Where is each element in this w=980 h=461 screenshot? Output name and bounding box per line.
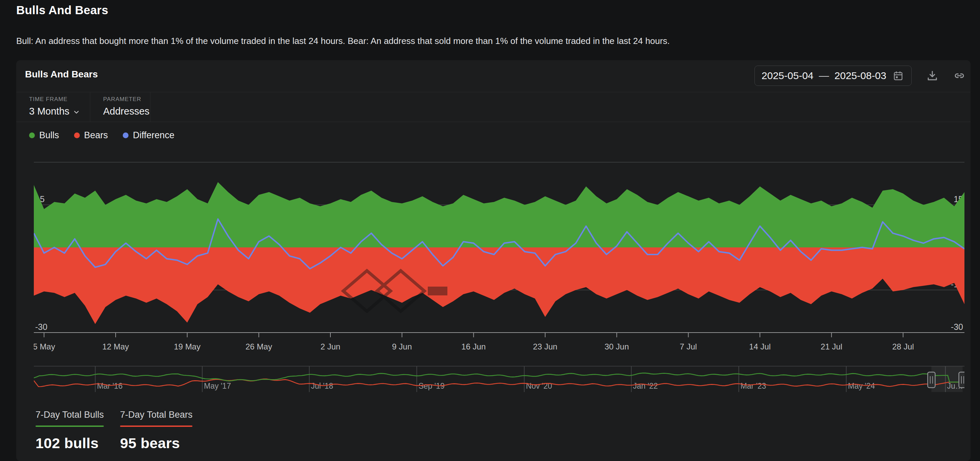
date-range-end: 2025-08-03 bbox=[835, 70, 886, 81]
x-axis-label: 5 May bbox=[34, 342, 55, 351]
parameter-dropdown[interactable]: PARAMETER Addresses bbox=[90, 92, 151, 122]
parameter-value: Addresses bbox=[103, 106, 150, 117]
download-button[interactable] bbox=[926, 69, 939, 82]
page-description: Bull: An address that bought more than 1… bbox=[16, 36, 670, 46]
x-axis-label: 30 Jun bbox=[605, 342, 629, 351]
parameter-label: PARAMETER bbox=[103, 96, 150, 103]
stat-tab-total-bulls[interactable]: 7-Day Total Bulls 102 bulls bbox=[35, 410, 104, 451]
navigator-date-label: Jan '22 bbox=[633, 382, 658, 390]
main-chart-svg[interactable]: 1515-15-15-30-305 May12 May19 May26 May2… bbox=[34, 147, 964, 353]
navigator-date-label: May '17 bbox=[204, 382, 231, 390]
x-axis-label: 14 Jul bbox=[749, 342, 771, 351]
x-axis-label: 19 May bbox=[174, 342, 200, 351]
x-axis-label: 12 May bbox=[102, 342, 129, 351]
copy-link-button[interactable] bbox=[953, 69, 966, 82]
navigator-date-label: Mar '23 bbox=[741, 382, 766, 390]
card-title: Bulls And Bears bbox=[25, 69, 98, 80]
date-range-picker[interactable]: 2025-05-04 — 2025-08-03 bbox=[754, 65, 912, 86]
download-icon bbox=[926, 70, 939, 82]
date-range-start: 2025-05-04 bbox=[762, 70, 813, 81]
x-axis-label: 16 Jun bbox=[461, 342, 485, 351]
card-header-actions: 2025-05-04 — 2025-08-03 bbox=[754, 65, 966, 86]
chevron-down-icon bbox=[73, 108, 80, 116]
bears-area-series bbox=[34, 247, 964, 324]
navigator-date-label: Nov '20 bbox=[526, 382, 552, 390]
y-axis-label-left: -30 bbox=[35, 322, 47, 332]
navigator-date-label: Mar '16 bbox=[97, 382, 123, 390]
link-icon bbox=[953, 70, 966, 82]
chart-legend: Bulls Bears Difference bbox=[29, 126, 175, 144]
x-axis-label: 7 Jul bbox=[680, 342, 697, 351]
stat-value: 95 bears bbox=[120, 435, 192, 451]
navigator-selection[interactable] bbox=[931, 366, 963, 392]
legend-item-bears[interactable]: Bears bbox=[74, 130, 108, 141]
stat-underline bbox=[35, 426, 104, 427]
bears-dot-icon bbox=[74, 132, 80, 138]
navigator-date-label: May '24 bbox=[848, 382, 875, 390]
x-axis-label: 21 Jul bbox=[821, 342, 842, 351]
stats-tabs: 7-Day Total Bulls 102 bulls 7-Day Total … bbox=[35, 410, 192, 451]
x-axis-label: 2 Jun bbox=[321, 342, 340, 351]
navigator-bulls-line bbox=[34, 373, 964, 382]
bulls-dot-icon bbox=[29, 132, 35, 138]
calendar-icon bbox=[892, 69, 905, 82]
legend-item-difference[interactable]: Difference bbox=[123, 130, 175, 141]
stat-tab-total-bears[interactable]: 7-Day Total Bears 95 bears bbox=[120, 410, 192, 451]
navigator-handle-right[interactable] bbox=[959, 372, 964, 388]
x-axis-label: 28 Jul bbox=[892, 342, 914, 351]
navigator-bears-line bbox=[34, 379, 964, 387]
time-frame-dropdown[interactable]: TIME FRAME 3 Months bbox=[16, 92, 90, 122]
bulls-and-bears-card: Bulls And Bears 2025-05-04 — 2025-08-03 bbox=[16, 60, 970, 461]
stat-underline bbox=[120, 426, 192, 427]
y-axis-label-right: -30 bbox=[951, 322, 963, 332]
legend-item-bulls[interactable]: Bulls bbox=[29, 130, 59, 141]
bulls-area-series bbox=[34, 182, 964, 247]
x-axis-label: 23 Jun bbox=[533, 342, 557, 351]
legend-label: Bulls bbox=[39, 130, 59, 141]
x-axis-label: 26 May bbox=[245, 342, 272, 351]
legend-label: Bears bbox=[84, 130, 108, 141]
time-frame-value: 3 Months bbox=[29, 106, 69, 117]
filter-bar: TIME FRAME 3 Months PARAMETER Addresses bbox=[16, 92, 970, 122]
difference-dot-icon bbox=[123, 132, 129, 138]
navigator-handle-left[interactable] bbox=[928, 372, 935, 388]
time-frame-label: TIME FRAME bbox=[29, 96, 90, 103]
stat-label: 7-Day Total Bears bbox=[120, 410, 192, 420]
page-title: Bulls And Bears bbox=[16, 3, 108, 17]
card-header: Bulls And Bears 2025-05-04 — 2025-08-03 bbox=[16, 60, 970, 92]
stat-label: 7-Day Total Bulls bbox=[35, 410, 104, 420]
navigator-svg[interactable]: Mar '16May '17Jul '18Sep '19Nov '20Jan '… bbox=[34, 366, 964, 394]
date-range-separator: — bbox=[819, 70, 829, 81]
legend-label: Difference bbox=[133, 130, 175, 141]
stat-value: 102 bulls bbox=[35, 435, 104, 451]
x-axis-label: 9 Jun bbox=[392, 342, 412, 351]
